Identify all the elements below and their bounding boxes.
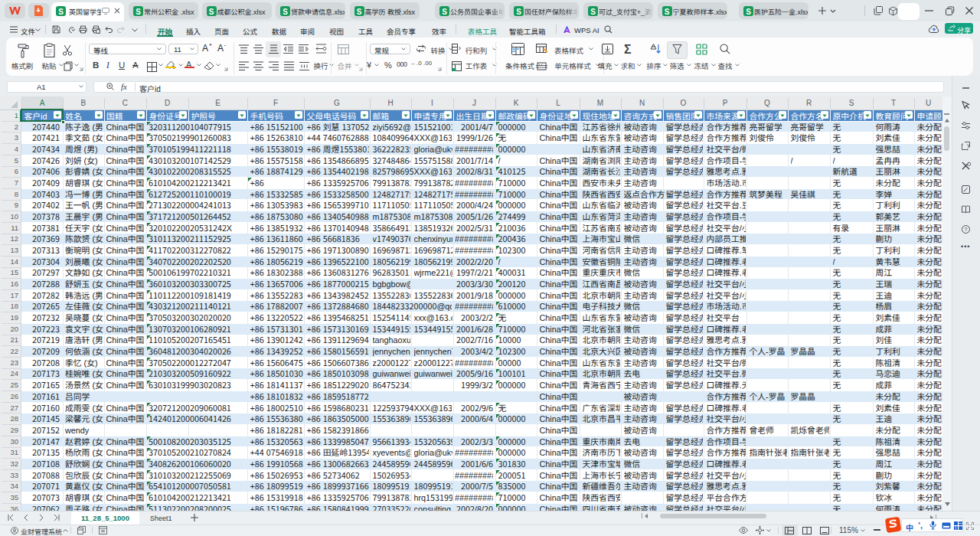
svg-text:?: ?	[965, 227, 968, 232]
